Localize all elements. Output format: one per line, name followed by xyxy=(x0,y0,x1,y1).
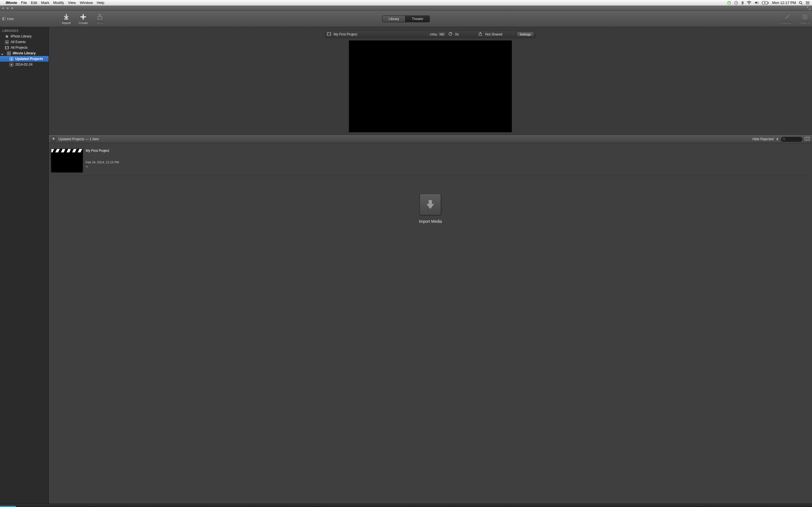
project-icon xyxy=(327,33,331,37)
app-menu[interactable]: iMovie xyxy=(6,1,17,5)
tab-library[interactable]: Library xyxy=(382,16,405,22)
thumbnail-size-icon[interactable] xyxy=(805,137,810,142)
svg-point-13 xyxy=(803,14,804,16)
svg-point-5 xyxy=(799,1,802,4)
minimize-window-icon[interactable] xyxy=(6,7,9,10)
event-browser: My First Project Feb 24, 2014, 12:15 PM … xyxy=(49,143,812,504)
sort-stepper[interactable]: ▲▼ xyxy=(776,137,779,141)
svg-point-2 xyxy=(749,4,749,4)
clapper-icon xyxy=(51,149,83,152)
view-segmented-control[interactable]: Library Theater xyxy=(382,15,430,22)
create-icon xyxy=(80,13,87,20)
library-icon xyxy=(7,52,11,55)
film-icon xyxy=(5,46,9,50)
svg-point-15 xyxy=(805,16,807,17)
dock-indicator xyxy=(0,506,16,507)
status-bluetooth-icon[interactable] xyxy=(741,1,744,5)
svg-rect-27 xyxy=(9,52,11,53)
search-icon xyxy=(783,138,785,140)
window-titlebar xyxy=(0,6,812,11)
svg-point-17 xyxy=(804,18,805,19)
share-button[interactable]: Share xyxy=(96,13,104,24)
adjust-button[interactable]: Adjust xyxy=(801,13,809,24)
svg-point-0 xyxy=(728,1,731,4)
svg-rect-36 xyxy=(479,34,481,36)
sidebar-item-imovie-library[interactable]: iMovie Library xyxy=(0,50,49,56)
svg-rect-4 xyxy=(768,2,769,3)
enhance-button[interactable]: Enhance xyxy=(781,13,793,24)
fullscreen-icon[interactable] xyxy=(807,6,810,10)
macos-menubar: iMovie File Edit Mark Modify View Window… xyxy=(0,0,812,6)
disclosure-triangle-icon[interactable] xyxy=(1,54,3,55)
sidebar-item-iphoto[interactable]: iPhoto Library xyxy=(0,34,49,39)
svg-rect-29 xyxy=(9,54,11,55)
menu-file[interactable]: File xyxy=(21,1,27,5)
menu-modify[interactable]: Modify xyxy=(53,1,64,5)
zoom-window-icon[interactable] xyxy=(11,7,13,10)
bottom-bar xyxy=(0,504,812,507)
status-wifi-icon[interactable] xyxy=(747,1,752,4)
project-info-bar: My First Project 1080pHD 0s Not Shared S… xyxy=(325,31,536,38)
status-timemachine-icon[interactable] xyxy=(734,1,739,5)
svg-point-37 xyxy=(783,138,784,140)
svg-rect-26 xyxy=(7,52,9,53)
preview-viewer[interactable] xyxy=(349,40,512,132)
spotlight-icon[interactable] xyxy=(799,1,803,5)
menu-view[interactable]: View xyxy=(68,1,76,5)
status-volume-icon[interactable] xyxy=(755,1,759,4)
browser-divider xyxy=(50,176,810,176)
menu-mark[interactable]: Mark xyxy=(41,1,49,5)
search-input[interactable] xyxy=(781,137,802,142)
sidebar-item-label: All Events xyxy=(11,40,26,44)
import-label: Import xyxy=(62,21,71,24)
sidebar-item-date[interactable]: 2014-02-24 xyxy=(0,62,49,67)
sidebar-item-all-events[interactable]: All Events xyxy=(0,39,49,45)
svg-rect-28 xyxy=(7,54,9,55)
duration-icon xyxy=(449,32,452,37)
svg-rect-10 xyxy=(64,18,68,19)
import-media-label: Import Media xyxy=(419,219,442,224)
project-duration: 0s xyxy=(455,33,459,36)
close-window-icon[interactable] xyxy=(2,7,4,10)
import-button[interactable]: Import xyxy=(62,13,71,24)
tab-theater[interactable]: Theater xyxy=(405,16,429,22)
project-thumbnail[interactable] xyxy=(51,149,83,172)
svg-rect-39 xyxy=(805,137,810,140)
browser-star-icon[interactable] xyxy=(51,136,56,142)
import-media-button[interactable] xyxy=(419,194,441,215)
star-icon xyxy=(5,40,9,44)
svg-rect-32 xyxy=(327,33,331,36)
share-label: Share xyxy=(96,21,104,24)
adjust-icon xyxy=(801,13,809,20)
sidebar: LIBRARIES iPhoto Library All Events All … xyxy=(0,27,49,504)
enhance-icon xyxy=(783,13,791,20)
menu-window[interactable]: Window xyxy=(80,1,93,5)
menu-help[interactable]: Help xyxy=(97,1,104,5)
svg-line-6 xyxy=(801,3,802,4)
notification-center-icon[interactable] xyxy=(806,1,810,4)
hide-sidebar-button[interactable]: Hide xyxy=(2,17,14,21)
window-traffic-lights[interactable] xyxy=(2,7,13,10)
browser-header: Updated Projects — 1 Item Hide Rejected … xyxy=(49,135,812,143)
sidebar-item-all-projects[interactable]: All Projects xyxy=(0,45,49,50)
status-sync-icon[interactable] xyxy=(727,1,731,5)
sidebar-item-label: All Projects xyxy=(11,46,28,50)
share-status-icon xyxy=(478,32,483,37)
svg-line-38 xyxy=(784,140,785,140)
hide-rejected-button[interactable]: Hide Rejected xyxy=(753,137,774,141)
adjust-label: Adjust xyxy=(801,21,809,24)
settings-button[interactable]: Settings xyxy=(516,32,534,37)
sidebar-item-label: 2014-02-24 xyxy=(15,62,33,66)
toolbar: Hide Import Create Share Library Theater xyxy=(0,11,812,27)
import-arrow-icon xyxy=(424,198,436,211)
sidebar-item-updated-projects[interactable]: Updated Projects xyxy=(0,56,49,62)
menubar-clock[interactable]: Mon 12:17 PM xyxy=(772,1,796,5)
project-card[interactable]: My First Project Feb 24, 2014, 12:15 PM … xyxy=(51,149,119,172)
star-icon xyxy=(10,57,13,61)
project-name[interactable]: My First Project xyxy=(334,33,357,36)
status-battery-icon[interactable] xyxy=(762,1,769,4)
create-button[interactable]: Create xyxy=(79,13,88,24)
menu-edit[interactable]: Edit xyxy=(31,1,37,5)
hide-label: Hide xyxy=(7,17,14,21)
star-icon xyxy=(10,63,13,66)
